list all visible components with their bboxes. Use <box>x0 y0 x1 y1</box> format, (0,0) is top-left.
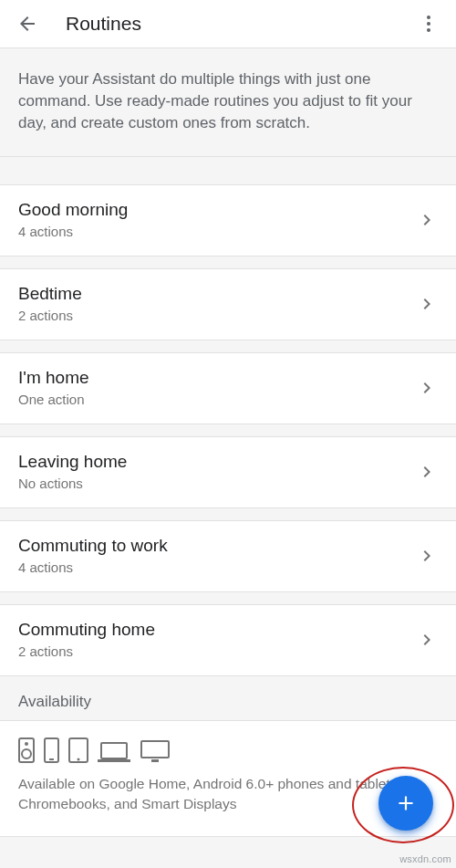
chevron-right-icon <box>416 461 438 483</box>
routine-title: Leaving home <box>18 452 416 472</box>
svg-point-2 <box>427 28 430 32</box>
chevron-right-icon <box>416 293 438 315</box>
chevron-right-icon <box>416 209 438 231</box>
more-vert-icon <box>418 13 440 35</box>
list-divider <box>0 591 456 604</box>
bottom-gap <box>0 837 456 868</box>
routine-commuting-to-work[interactable]: Commuting to work 4 actions <box>0 520 456 591</box>
svg-point-4 <box>25 742 28 746</box>
phone-icon <box>44 737 59 763</box>
routine-leaving-home[interactable]: Leaving home No actions <box>0 436 456 507</box>
svg-point-9 <box>78 758 80 761</box>
routine-im-home[interactable]: I'm home One action <box>0 352 456 424</box>
svg-rect-7 <box>49 758 54 760</box>
routines-list: Good morning 4 actions Bedtime 2 actions… <box>0 184 456 676</box>
routine-commuting-home[interactable]: Commuting home 2 actions <box>0 604 456 676</box>
svg-rect-10 <box>101 743 127 758</box>
routine-title: Commuting to work <box>18 536 416 556</box>
routine-sub: 2 actions <box>18 308 416 323</box>
availability-heading: Availability <box>0 676 456 720</box>
speaker-icon <box>18 737 35 763</box>
svg-point-0 <box>427 16 430 19</box>
list-divider <box>0 340 456 352</box>
add-routine-fab[interactable] <box>378 776 433 831</box>
routine-sub: One action <box>18 392 416 407</box>
overflow-menu-button[interactable] <box>409 4 449 44</box>
svg-rect-13 <box>151 759 159 762</box>
page-title: Routines <box>47 13 409 35</box>
device-icons <box>0 720 456 770</box>
list-divider <box>0 256 456 268</box>
chevron-right-icon <box>416 545 438 567</box>
laptop-icon <box>98 741 130 763</box>
svg-point-1 <box>427 22 430 26</box>
svg-rect-12 <box>141 741 169 758</box>
section-gap <box>0 157 456 184</box>
svg-rect-11 <box>98 759 130 762</box>
routine-title: I'm home <box>18 368 416 388</box>
list-divider <box>0 424 456 436</box>
plus-icon <box>394 791 418 815</box>
routine-title: Commuting home <box>18 620 416 640</box>
chevron-right-icon <box>416 377 438 399</box>
routine-title: Good morning <box>18 200 416 220</box>
routine-sub: 4 actions <box>18 224 416 239</box>
svg-point-5 <box>22 749 31 758</box>
routine-sub: No actions <box>18 476 416 491</box>
watermark: wsxdn.com <box>399 853 451 868</box>
routine-title: Bedtime <box>18 284 416 304</box>
back-button[interactable] <box>7 4 47 44</box>
intro-text: Have your Assistant do multiple things w… <box>0 47 456 157</box>
list-divider <box>0 507 456 520</box>
chevron-right-icon <box>416 629 438 651</box>
display-icon <box>140 739 171 763</box>
routine-bedtime[interactable]: Bedtime 2 actions <box>0 268 456 340</box>
app-bar: Routines <box>0 0 456 47</box>
routine-sub: 2 actions <box>18 643 416 659</box>
routine-good-morning[interactable]: Good morning 4 actions <box>0 184 456 256</box>
tablet-icon <box>68 737 88 763</box>
arrow-back-icon <box>16 13 38 35</box>
routine-sub: 4 actions <box>18 559 416 575</box>
